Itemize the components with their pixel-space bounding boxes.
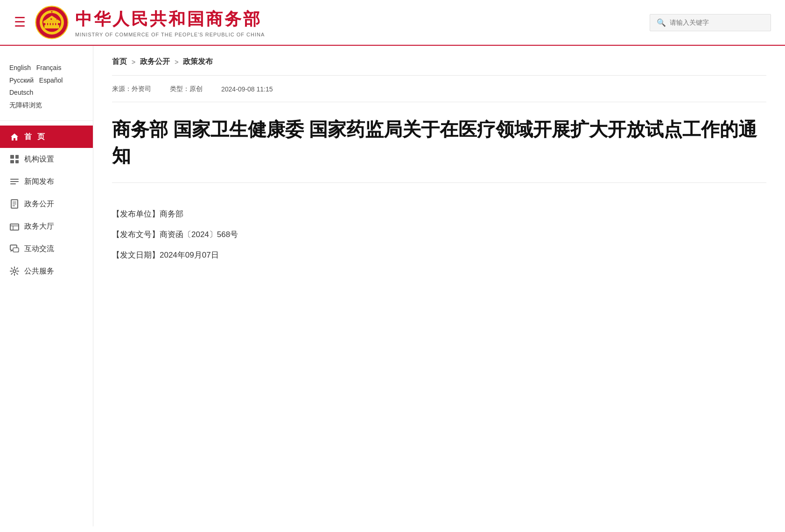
doc-no-value: 商资函〔2024〕568号 xyxy=(160,230,238,239)
svg-rect-22 xyxy=(10,224,19,230)
meta-type: 类型：原创 xyxy=(170,85,203,93)
sidebar-item-public-service-label: 公共服务 xyxy=(24,266,54,276)
breadcrumb-sep-2: > xyxy=(175,58,178,66)
lang-french[interactable]: Français xyxy=(36,64,62,71)
lang-german[interactable]: Deutsch xyxy=(9,89,33,96)
sidebar-item-public-service[interactable]: 公共服务 xyxy=(0,260,93,282)
meta-source: 来源：外资司 xyxy=(112,85,151,93)
svg-text:★: ★ xyxy=(46,15,48,17)
search-icon: 🔍 xyxy=(657,18,666,27)
sidebar-item-gov-open[interactable]: 政务公开 xyxy=(0,193,93,215)
sidebar-item-interact-label: 互动交流 xyxy=(24,244,54,254)
sidebar-item-home-label: 首 页 xyxy=(24,132,47,142)
svg-text:★: ★ xyxy=(45,18,47,21)
site-title-en: MINISTRY OF COMMERCE OF THE PEOPLE'S REP… xyxy=(75,32,265,37)
article-body: 【发布单位】商务部 【发布文号】商资函〔2024〕568号 【发文日期】2024… xyxy=(112,197,766,263)
search-box[interactable]: 🔍 xyxy=(650,14,771,31)
grid-icon xyxy=(9,154,20,164)
svg-marker-17 xyxy=(11,133,18,140)
lang-russian[interactable]: Русский xyxy=(9,77,34,84)
language-links: English Français Русский Español Deutsch… xyxy=(0,55,93,121)
breadcrumb-policy: 政策发布 xyxy=(183,57,213,67)
meta-type-label: 类型： xyxy=(170,85,189,92)
sidebar-item-news[interactable]: 新闻发布 xyxy=(0,170,93,193)
article-meta: 来源：外资司 类型：原创 2024-09-08 11:15 xyxy=(112,85,766,102)
header-title-block: 中华人民共和国商务部 MINISTRY OF COMMERCE OF THE P… xyxy=(75,8,265,37)
site-title-zh: 中华人民共和国商务部 xyxy=(75,8,265,31)
header-logo: ★ ★ ★ ★ ★ 中华人民共和国商务部 MINISTRY OF COMMERC… xyxy=(35,6,265,39)
menu-icon[interactable]: ☰ xyxy=(14,16,26,29)
lang-accessible[interactable]: 无障碍浏览 xyxy=(9,101,42,109)
article-title: 商务部 国家卫生健康委 国家药监局关于在医疗领域开展扩大开放试点工作的通知 xyxy=(112,116,766,183)
svg-rect-9 xyxy=(43,21,60,23)
sidebar-item-news-label: 新闻发布 xyxy=(24,177,54,187)
svg-rect-27 xyxy=(13,248,19,252)
breadcrumb-sep-1: > xyxy=(132,58,135,66)
gear-icon xyxy=(9,266,20,276)
sidebar-nav: 首 页 机构设置 xyxy=(0,126,93,282)
sidebar-item-gov-hall-label: 政务大厅 xyxy=(24,222,54,231)
page-layout: English Français Русский Español Deutsch… xyxy=(0,46,785,526)
hall-icon xyxy=(9,221,20,231)
breadcrumb-home[interactable]: 首页 xyxy=(112,57,127,67)
doc-no-label: 【发布文号】 xyxy=(112,230,160,239)
header: ☰ ★ ★ ★ ★ ★ 中华人民共和国商务部 MINISTRY OF CO xyxy=(0,0,785,46)
sidebar-item-organization[interactable]: 机构设置 xyxy=(0,148,93,170)
meta-source-value: 外资司 xyxy=(132,85,151,92)
issuer-label: 【发布单位】 xyxy=(112,210,160,218)
breadcrumb-gov-open[interactable]: 政务公开 xyxy=(140,57,170,67)
search-input[interactable] xyxy=(670,19,764,26)
home-icon xyxy=(9,132,20,142)
svg-text:★: ★ xyxy=(55,15,57,17)
sidebar-item-gov-open-label: 政务公开 xyxy=(24,199,54,209)
meta-datetime: 2024-09-08 11:15 xyxy=(221,85,273,93)
main-content: 首页 > 政务公开 > 政策发布 来源：外资司 类型：原创 2024-09-08… xyxy=(93,46,785,526)
news-icon xyxy=(9,176,20,187)
sidebar-item-interact[interactable]: 互动交流 xyxy=(0,238,93,260)
svg-point-29 xyxy=(13,270,16,273)
national-emblem: ★ ★ ★ ★ ★ xyxy=(35,6,69,39)
chat-icon xyxy=(9,244,20,254)
article-date-value: 2024年09月07日 xyxy=(160,251,219,259)
sidebar-item-gov-hall[interactable]: 政务大厅 xyxy=(0,215,93,238)
lang-spanish[interactable]: Español xyxy=(39,77,63,84)
breadcrumb: 首页 > 政务公开 > 政策发布 xyxy=(112,57,766,76)
sidebar-item-home[interactable]: 首 页 xyxy=(0,126,93,148)
article-date: 【发文日期】2024年09月07日 xyxy=(112,247,766,263)
meta-source-label: 来源： xyxy=(112,85,132,92)
lang-english[interactable]: English xyxy=(9,64,31,71)
article-doc-no: 【发布文号】商资函〔2024〕568号 xyxy=(112,227,766,243)
svg-text:★: ★ xyxy=(56,18,58,21)
article-date-label: 【发文日期】 xyxy=(112,251,160,259)
doc-icon xyxy=(9,199,20,209)
meta-type-value: 原创 xyxy=(189,85,203,92)
sidebar-item-organization-label: 机构设置 xyxy=(24,154,54,164)
sidebar: English Français Русский Español Deutsch… xyxy=(0,46,93,526)
issuer-value: 商务部 xyxy=(160,210,183,218)
article-issuer: 【发布单位】商务部 xyxy=(112,206,766,222)
